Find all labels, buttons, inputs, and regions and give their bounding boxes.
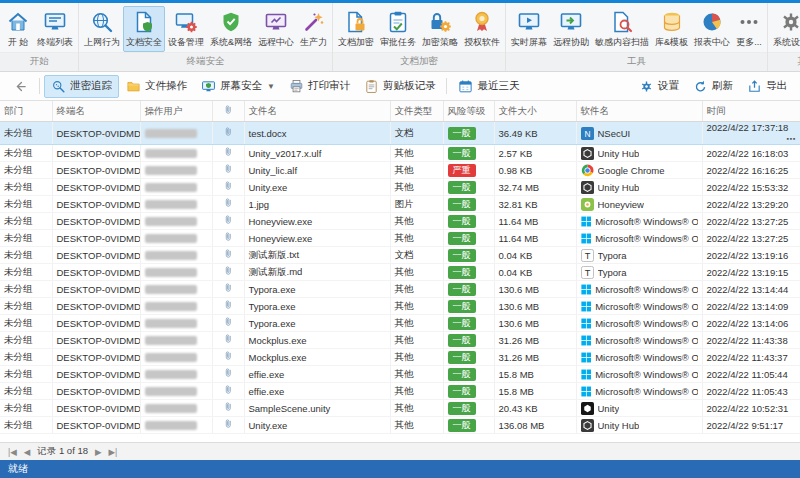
ribbon-item-live-screen[interactable]: 实时屏幕	[508, 6, 550, 52]
cell-time: 2022/4/22 10:52:31	[702, 400, 800, 417]
cell-filetype: 其他	[390, 281, 443, 298]
toolbar-button-screen-security[interactable]: 屏幕安全▼	[194, 75, 282, 98]
table-row[interactable]: 未分组DESKTOP-0VIDMDJMockplus.exe其他一般31.26 …	[0, 332, 800, 349]
column-header-operator[interactable]: 操作用户	[140, 101, 212, 122]
pager-next-icon[interactable]: ▶	[95, 447, 102, 457]
toolbar-button-refresh[interactable]: 刷新	[686, 75, 740, 98]
table-row[interactable]: 未分组DESKTOP-0VIDMDJTypora.exe其他一般130.6 MB…	[0, 281, 800, 298]
ribbon-item-start[interactable]: 开 始	[2, 6, 34, 52]
table-row[interactable]: 未分组DESKTOP-0VIDMDJTypora.exe其他一般130.6 MB…	[0, 315, 800, 332]
toolbar-button-recent-3-days[interactable]: 最近三天	[451, 75, 526, 98]
cell-risk: 一般	[443, 332, 494, 349]
app-name: Microsoft® Windows® Oper...	[595, 301, 697, 312]
ribbon-item-approve-task[interactable]: 审批任务	[377, 6, 419, 52]
cell-attachment[interactable]	[212, 332, 244, 349]
ribbon-item-system-settings[interactable]: 系统设置	[770, 6, 800, 52]
cell-terminal: DESKTOP-0VIDMDJ	[52, 332, 140, 349]
column-header-filename[interactable]: 文件名	[244, 101, 390, 122]
table-row[interactable]: 未分组DESKTOP-0VIDMDJTypora.exe其他一般130.6 MB…	[0, 298, 800, 315]
paperclip-icon	[222, 384, 234, 396]
ribbon-item-sensitive-scan[interactable]: 敏感内容扫描	[592, 6, 652, 52]
column-header-filetype[interactable]: 文件类型	[390, 101, 443, 122]
ribbon-item-remote-assist[interactable]: 远程协助	[550, 6, 592, 52]
table-row[interactable]: 未分组DESKTOP-0VIDMDJeffie.exe其他一般15.8 MBMi…	[0, 383, 800, 400]
cell-attachment[interactable]	[212, 366, 244, 383]
cell-attachment[interactable]	[212, 247, 244, 264]
table-row[interactable]: 未分组DESKTOP-0VIDMDJHoneyview.exe其他一般11.64…	[0, 230, 800, 247]
row-actions-ellipsis[interactable]: ⋯	[786, 133, 796, 144]
system-network-icon	[219, 10, 243, 34]
cell-time: 2022/4/22 16:16:25	[702, 162, 800, 179]
ribbon-item-terminal-list[interactable]: 终端列表	[34, 6, 76, 52]
toolbar-button-leak-trace[interactable]: 泄密追踪	[44, 75, 119, 98]
table-row[interactable]: 未分组DESKTOP-0VIDMDJUnity.exe其他一般136.08 MB…	[0, 417, 800, 434]
ribbon-item-remote-center[interactable]: 远程中心	[255, 6, 297, 52]
ribbon-item-label: 授权软件	[464, 36, 500, 49]
table-row[interactable]: 未分组DESKTOP-0VIDMDJMockplus.exe其他一般31.26 …	[0, 349, 800, 366]
cell-attachment[interactable]	[212, 315, 244, 332]
toolbar-button-clipboard-record[interactable]: 剪贴板记录	[357, 75, 443, 98]
ribbon-item-label: 开 始	[8, 36, 29, 49]
cell-attachment[interactable]	[212, 179, 244, 196]
ribbon-item-device-manage[interactable]: 设备管理	[165, 6, 207, 52]
column-header-terminal[interactable]: 终端名	[52, 101, 140, 122]
toolbar-button-export[interactable]: 导出	[740, 75, 794, 98]
back-icon	[13, 79, 28, 94]
cell-attachment[interactable]	[212, 196, 244, 213]
table-row[interactable]: 未分组DESKTOP-0VIDMDJ1.jpg图片一般32.81 KBHoney…	[0, 196, 800, 213]
column-header-time[interactable]: 时间	[702, 101, 800, 122]
table-row[interactable]: 未分组DESKTOP-0VIDMDJtest.docx文档一般36.49 KBN…	[0, 122, 800, 145]
table-row[interactable]: 未分组DESKTOP-0VIDMDJeffie.exe其他一般15.8 MBMi…	[0, 366, 800, 383]
ribbon-item-system-network[interactable]: 系统&网络	[207, 6, 255, 52]
cell-risk: 一般	[443, 349, 494, 366]
ribbon-item-more[interactable]: 更多...	[733, 6, 765, 52]
toolbar-button-print-audit[interactable]: 打印审计	[282, 75, 357, 98]
cell-attachment[interactable]	[212, 281, 244, 298]
cell-attachment[interactable]	[212, 298, 244, 315]
cell-attachment[interactable]	[212, 213, 244, 230]
table-row[interactable]: 未分组DESKTOP-0VIDMDJHoneyview.exe其他一般11.64…	[0, 213, 800, 230]
column-header-dept[interactable]: 部门	[0, 101, 52, 122]
svg-text:T: T	[584, 268, 590, 278]
cell-attachment[interactable]	[212, 400, 244, 417]
column-header-attachment[interactable]	[212, 101, 244, 122]
app-name: Honeyview	[598, 199, 644, 210]
cell-attachment[interactable]	[212, 145, 244, 162]
table-row[interactable]: 未分组DESKTOP-0VIDMDJUnity_lic.alf其他严重0.98 …	[0, 162, 800, 179]
ribbon-item-licensed-software[interactable]: 授权软件	[461, 6, 503, 52]
cell-attachment[interactable]	[212, 417, 244, 434]
ribbon-item-library-template[interactable]: 库&模板	[652, 6, 691, 52]
table-row[interactable]: 未分组DESKTOP-0VIDMDJ测试新版.md其他一般0.04 KBTTyp…	[0, 264, 800, 281]
ribbon-item-doc-security[interactable]: 文档安全	[123, 6, 165, 52]
more-icon	[737, 10, 761, 34]
cell-attachment[interactable]	[212, 230, 244, 247]
column-header-filesize[interactable]: 文件大小	[494, 101, 576, 122]
ribbon-item-doc-encrypt[interactable]: 文档加密	[335, 6, 377, 52]
table-row[interactable]: 未分组DESKTOP-0VIDMDJUnity_v2017.x.ulf其他一般2…	[0, 145, 800, 162]
ribbon-item-productivity[interactable]: 生产力	[297, 6, 330, 52]
toolbar-button-settings[interactable]: 设置	[632, 75, 686, 98]
cell-attachment[interactable]	[212, 264, 244, 281]
table-row[interactable]: 未分组DESKTOP-0VIDMDJUnity.exe其他一般32.74 MBU…	[0, 179, 800, 196]
toolbar-button-file-operations[interactable]: 文件操作	[119, 75, 194, 98]
cell-attachment[interactable]	[212, 349, 244, 366]
ribbon-item-web-behavior[interactable]: 上网行为	[81, 6, 123, 52]
ribbon-item-encrypt-policy[interactable]: 加密策略	[419, 6, 461, 52]
cell-attachment[interactable]	[212, 122, 244, 145]
pager-first-icon[interactable]: |◀	[8, 447, 17, 457]
cell-filetype: 图片	[390, 196, 443, 213]
cell-filename: 1.jpg	[244, 196, 390, 213]
toolbar-button-back[interactable]	[6, 75, 35, 98]
ribbon-item-label: 文档加密	[338, 36, 374, 49]
pager-prev-icon[interactable]: ◀	[24, 447, 31, 457]
ribbon-item-report-center[interactable]: 报表中心	[691, 6, 733, 52]
column-header-risk[interactable]: 风险等级	[443, 101, 494, 122]
cell-attachment[interactable]	[212, 162, 244, 179]
risk-badge: 一般	[448, 351, 476, 364]
column-header-appname[interactable]: 软件名	[576, 101, 702, 122]
table-row[interactable]: 未分组DESKTOP-0VIDMDJSampleScene.unity其他一般2…	[0, 400, 800, 417]
cell-attachment[interactable]	[212, 383, 244, 400]
pager-last-icon[interactable]: ▶|	[109, 447, 118, 457]
cell-app: Honeyview	[576, 196, 702, 213]
table-row[interactable]: 未分组DESKTOP-0VIDMDJ测试新版.txt文档一般0.04 KBTTy…	[0, 247, 800, 264]
